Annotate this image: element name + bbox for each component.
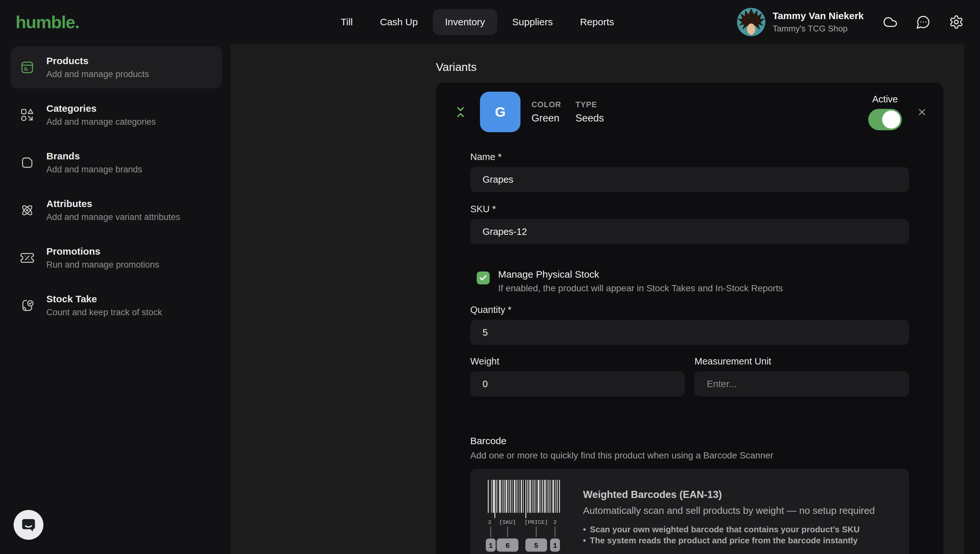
manage-stock-text: Manage Physical Stock If enabled, the pr… xyxy=(498,269,783,293)
weight-label: Weight xyxy=(470,356,685,367)
active-toggle-group: Active xyxy=(868,94,902,130)
quantity-input[interactable] xyxy=(470,320,909,345)
badge-digit-3: 1 xyxy=(553,542,557,550)
variants-heading: Variants xyxy=(436,60,943,73)
sidebar-item-text: Categories Add and manage categories xyxy=(46,103,156,127)
settings-gear-icon[interactable] xyxy=(949,14,964,29)
unit-field-group: Measurement Unit xyxy=(695,356,909,396)
weight-input[interactable] xyxy=(470,371,685,396)
primary-nav: Till Cash Up Inventory Suppliers Reports xyxy=(328,0,626,44)
weight-unit-row: Weight Measurement Unit xyxy=(470,356,909,396)
sidebar-item-subtitle: Add and manage categories xyxy=(46,117,156,127)
barcode-diagram: 2 [SKU] [PRICE] 2 xyxy=(486,480,562,554)
quantity-label: Quantity * xyxy=(470,304,909,315)
variant-card-header: G COLOR Green TYPE Seeds xyxy=(436,83,943,132)
attr-label: COLOR xyxy=(531,100,561,109)
weighted-barcode-info: Weighted Barcodes (EAN-13) Automatically… xyxy=(583,480,875,554)
sidebar-item-attributes[interactable]: Attributes Add and manage variant attrib… xyxy=(11,189,222,231)
tab-cash-up[interactable]: Cash Up xyxy=(368,9,430,35)
sku-label: SKU * xyxy=(470,204,909,215)
user-meta: Tammy Van Niekerk Tammy's TCG Shop xyxy=(773,10,870,34)
cloud-sync-icon[interactable] xyxy=(883,14,898,29)
sidebar-item-promotions[interactable]: Promotions Run and manage promotions xyxy=(11,237,222,279)
sku-field-group: SKU * xyxy=(470,204,909,244)
toggle-knob xyxy=(882,110,900,129)
barcode-price-label: [PRICE] xyxy=(524,519,548,525)
avatar-illustration xyxy=(737,8,765,36)
bullet-text: Scan your own weighted barcode that cont… xyxy=(590,524,860,535)
barcode-digit-right: 2 xyxy=(553,519,556,525)
weighted-barcode-description: Automatically scan and sell products by … xyxy=(583,505,875,516)
badge-digit-0: 1 xyxy=(489,542,493,550)
active-toggle[interactable] xyxy=(868,109,902,130)
sidebar-item-title: Products xyxy=(46,56,149,67)
variant-avatar-letter: G xyxy=(495,104,505,120)
chat-support-icon[interactable] xyxy=(916,14,931,29)
tab-inventory[interactable]: Inventory xyxy=(433,9,497,35)
variant-header-actions: Active xyxy=(868,94,927,130)
variant-form: Name * SKU * Manage Physical Stock xyxy=(436,151,943,554)
weighted-barcode-bullets: Scan your own weighted barcode that cont… xyxy=(583,524,875,546)
manage-stock-description: If enabled, the product will appear in S… xyxy=(498,283,783,293)
sidebar-item-title: Stock Take xyxy=(46,293,162,304)
weighted-barcode-card: 2 [SKU] [PRICE] 2 xyxy=(470,469,909,554)
user-cluster: Tammy Van Niekerk Tammy's TCG Shop xyxy=(737,0,964,44)
sidebar-item-text: Products Add and manage products xyxy=(46,56,149,80)
weighted-barcode-title: Weighted Barcodes (EAN-13) xyxy=(583,489,875,501)
variant-card: G COLOR Green TYPE Seeds xyxy=(436,83,943,554)
name-field-group: Name * xyxy=(470,151,909,192)
sidebar-item-subtitle: Add and manage variant attributes xyxy=(46,212,180,222)
barcode-subtitle: Add one or more to quickly find this pro… xyxy=(470,451,909,461)
sidebar-item-title: Promotions xyxy=(46,246,159,257)
barcode-title: Barcode xyxy=(470,435,909,446)
sidebar-item-title: Attributes xyxy=(46,198,180,209)
sidebar-item-brands[interactable]: Brands Add and manage brands xyxy=(11,142,222,184)
stock-take-icon xyxy=(20,298,35,313)
user-name: Tammy Van Niekerk xyxy=(773,10,870,21)
user-shop: Tammy's TCG Shop xyxy=(773,24,870,34)
collapse-variant-icon[interactable] xyxy=(454,106,467,119)
products-icon xyxy=(20,60,35,75)
variant-avatar: G xyxy=(480,92,521,132)
sidebar-item-title: Brands xyxy=(46,151,142,162)
sidebar-item-categories[interactable]: Categories Add and manage categories xyxy=(11,94,222,136)
barcode-digit-left: 2 xyxy=(488,519,491,525)
tab-reports[interactable]: Reports xyxy=(568,9,626,35)
sidebar-item-subtitle: Add and manage products xyxy=(46,69,149,80)
attr-value: Green xyxy=(531,112,561,124)
tab-till[interactable]: Till xyxy=(328,9,365,35)
sidebar-item-subtitle: Run and manage promotions xyxy=(46,260,159,270)
manage-stock-checkbox[interactable] xyxy=(477,272,490,285)
sidebar-item-text: Brands Add and manage brands xyxy=(46,151,142,175)
manage-stock-label: Manage Physical Stock xyxy=(498,269,783,280)
top-nav-bar: humble. Till Cash Up Inventory Suppliers… xyxy=(0,0,980,44)
main-panel: Variants G COLOR Green xyxy=(231,44,964,554)
sidebar-item-text: Attributes Add and manage variant attrib… xyxy=(46,198,180,222)
sidebar-item-products[interactable]: Products Add and manage products xyxy=(11,46,222,88)
sidebar-item-stock-take[interactable]: Stock Take Count and keep track of stock xyxy=(11,285,222,326)
attr-value: Seeds xyxy=(575,112,604,124)
check-icon xyxy=(479,274,488,282)
sidebar-item-text: Promotions Run and manage promotions xyxy=(46,246,159,270)
badge-digit-2: 5 xyxy=(534,542,538,550)
sidebar-item-subtitle: Add and manage brands xyxy=(46,165,142,175)
variant-attributes: COLOR Green TYPE Seeds xyxy=(531,100,604,124)
sidebar: Products Add and manage products Categor… xyxy=(0,44,231,554)
barcode-section-header: Barcode Add one or more to quickly find … xyxy=(470,435,909,461)
name-input[interactable] xyxy=(470,167,909,192)
chat-launcher-button[interactable] xyxy=(14,510,43,540)
barcode-sku-label: [SKU] xyxy=(499,519,516,525)
close-variant-icon[interactable] xyxy=(917,107,927,117)
attributes-icon xyxy=(20,203,35,218)
badge-digit-1: 6 xyxy=(505,542,510,550)
sku-input[interactable] xyxy=(470,219,909,244)
weight-field-group: Weight xyxy=(470,356,685,396)
bullet-text: The system reads the product and price f… xyxy=(590,535,857,546)
app-root: humble. Till Cash Up Inventory Suppliers… xyxy=(0,0,980,554)
user-avatar[interactable] xyxy=(737,8,765,36)
brand-logo: humble. xyxy=(16,12,80,32)
tab-suppliers[interactable]: Suppliers xyxy=(500,9,565,35)
manage-stock-row: Manage Physical Stock If enabled, the pr… xyxy=(470,269,909,293)
top-icons xyxy=(883,14,964,29)
unit-input[interactable] xyxy=(695,371,909,396)
